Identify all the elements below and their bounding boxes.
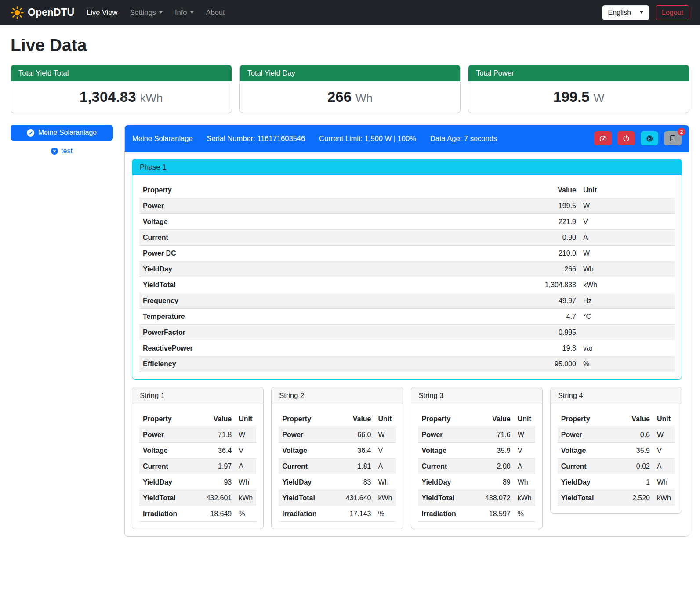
unit-cell: Hz bbox=[580, 293, 675, 309]
property-cell: YieldDay bbox=[139, 261, 403, 277]
col-property: Property bbox=[279, 411, 332, 427]
inverter-title: Meine Solaranlage bbox=[132, 134, 193, 143]
value-cell: 95.000 bbox=[403, 356, 580, 372]
table-row: Power71.8W bbox=[139, 427, 256, 443]
value-cell: 1.97 bbox=[193, 459, 235, 474]
unit-cell: V bbox=[580, 214, 675, 230]
col-property: Property bbox=[418, 411, 472, 427]
unit-cell: V bbox=[514, 443, 535, 459]
value-cell: 36.4 bbox=[193, 443, 235, 459]
event-log-button[interactable]: 2 bbox=[664, 131, 682, 145]
journal-icon bbox=[669, 135, 676, 142]
unit-cell: kWh bbox=[653, 490, 675, 506]
value-cell: 210.0 bbox=[403, 246, 580, 261]
unit-cell: Wh bbox=[514, 474, 535, 490]
unit-cell: W bbox=[235, 427, 256, 443]
unit-cell: % bbox=[514, 506, 535, 522]
table-rows: Power71.8WVoltage36.4VCurrent1.97AYieldD… bbox=[139, 427, 256, 522]
summary-card-title: Total Yield Total bbox=[11, 65, 232, 81]
unit-cell: % bbox=[235, 506, 256, 522]
phase-title: Phase 1 bbox=[132, 159, 682, 175]
unit-cell: W bbox=[514, 427, 535, 443]
value-cell: 438.072 bbox=[472, 490, 514, 506]
value-cell: 49.97 bbox=[403, 293, 580, 309]
data-age: Data Age: 7 seconds bbox=[430, 134, 497, 143]
string-title: String 4 bbox=[551, 387, 682, 404]
inverter-name: test bbox=[61, 147, 73, 155]
value-cell: 35.9 bbox=[616, 443, 653, 459]
col-unit: Unit bbox=[580, 182, 675, 198]
property-cell: Voltage bbox=[279, 443, 332, 459]
string-table: Property Value Unit Power71.6WVoltage35.… bbox=[418, 411, 535, 522]
property-cell: Current bbox=[139, 459, 193, 474]
col-value: Value bbox=[616, 411, 653, 427]
string-card-3: String 3 Property Value Unit bbox=[411, 387, 543, 529]
table-row: Current1.97A bbox=[139, 459, 256, 474]
nav-info[interactable]: Info bbox=[169, 5, 200, 20]
inverter-actions: 2 bbox=[594, 131, 682, 145]
table-row: YieldDay266Wh bbox=[139, 261, 675, 277]
string-card-4: String 4 Property Value Unit bbox=[550, 387, 682, 514]
property-cell: PowerFactor bbox=[139, 325, 403, 340]
limit-settings-button[interactable] bbox=[594, 131, 612, 145]
unit-cell: A bbox=[235, 459, 256, 474]
strings-row: String 1 Property Value Unit bbox=[132, 387, 682, 529]
table-header-row: Property Value Unit bbox=[279, 411, 395, 427]
value-cell: 17.143 bbox=[333, 506, 375, 522]
property-cell: YieldDay bbox=[279, 474, 332, 490]
language-select[interactable]: English bbox=[602, 5, 649, 20]
table-header-row: Property Value Unit bbox=[139, 411, 256, 427]
unit-cell: A bbox=[653, 459, 675, 474]
power-icon bbox=[623, 135, 630, 142]
brand[interactable]: OpenDTU bbox=[11, 6, 74, 19]
inverter-select-meine-solaranlage[interactable]: Meine Solaranlage bbox=[11, 125, 113, 141]
col-property: Property bbox=[139, 182, 403, 198]
unit-cell: V bbox=[375, 443, 396, 459]
col-value: Value bbox=[472, 411, 514, 427]
logout-button[interactable]: Logout bbox=[656, 5, 689, 20]
table-row: Temperature4.7°C bbox=[139, 309, 675, 325]
inverter-panel: Meine Solaranlage Serial Number: 1161716… bbox=[124, 125, 689, 537]
table-row: Power199.5W bbox=[139, 198, 675, 214]
property-cell: YieldDay bbox=[418, 474, 472, 490]
nav-about[interactable]: About bbox=[200, 5, 231, 20]
value-cell: 71.8 bbox=[193, 427, 235, 443]
nav-settings[interactable]: Settings bbox=[123, 5, 169, 20]
summary-card-unit: W bbox=[594, 91, 605, 105]
table-row: YieldDay83Wh bbox=[279, 474, 395, 490]
device-info-button[interactable] bbox=[641, 131, 658, 145]
summary-card-unit: Wh bbox=[355, 91, 373, 105]
property-cell: Voltage bbox=[558, 443, 616, 459]
table-row: Voltage36.4V bbox=[139, 443, 256, 459]
unit-cell: kWh bbox=[514, 490, 535, 506]
unit-cell bbox=[580, 325, 675, 340]
summary-card-value: 1,304.83 bbox=[80, 89, 136, 105]
table-row: Power DC210.0W bbox=[139, 246, 675, 261]
col-property: Property bbox=[139, 411, 193, 427]
value-cell: 2.520 bbox=[616, 490, 653, 506]
summary-card-total-yield-total: Total Yield Total 1,304.83kWh bbox=[11, 65, 232, 113]
unit-cell: A bbox=[375, 459, 396, 474]
property-cell: YieldTotal bbox=[418, 490, 472, 506]
inverter-sidebar: Meine Solaranlage test bbox=[11, 125, 113, 155]
property-cell: Current bbox=[279, 459, 332, 474]
property-cell: Power bbox=[558, 427, 616, 443]
unit-cell: °C bbox=[580, 309, 675, 325]
power-toggle-button[interactable] bbox=[617, 131, 635, 145]
summary-card-total-power: Total Power 199.5W bbox=[468, 65, 689, 113]
col-unit: Unit bbox=[653, 411, 675, 427]
table-rows: Power71.6WVoltage35.9VCurrent2.00AYieldD… bbox=[418, 427, 535, 522]
property-cell: Current bbox=[558, 459, 616, 474]
value-cell: 83 bbox=[333, 474, 375, 490]
value-cell: 0.6 bbox=[616, 427, 653, 443]
table-header-row: Property Value Unit bbox=[418, 411, 535, 427]
unit-cell: W bbox=[375, 427, 396, 443]
unit-cell: kWh bbox=[235, 490, 256, 506]
col-value: Value bbox=[403, 182, 580, 198]
value-cell: 1 bbox=[616, 474, 653, 490]
inverter-select-test[interactable]: test bbox=[51, 147, 73, 155]
nav-live-view[interactable]: Live View bbox=[80, 5, 123, 20]
unit-cell: W bbox=[653, 427, 675, 443]
table-row: ReactivePower19.3var bbox=[139, 340, 675, 356]
page-title: Live Data bbox=[11, 36, 689, 55]
